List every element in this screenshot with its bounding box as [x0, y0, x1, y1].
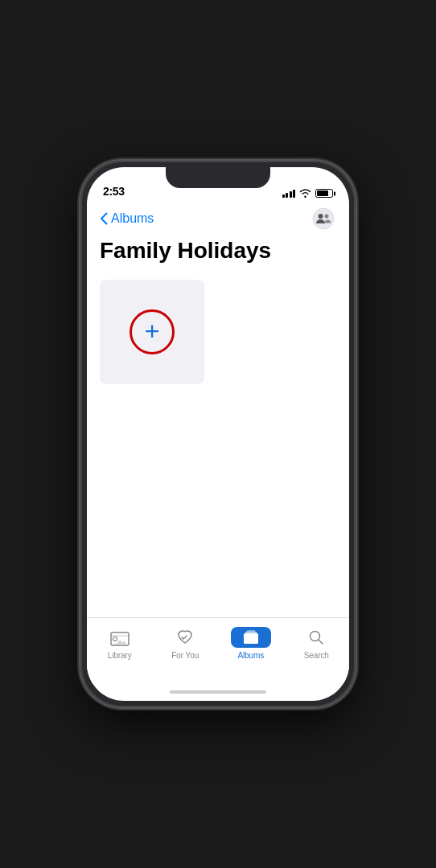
svg-rect-6 — [245, 632, 257, 642]
nav-bar: Albums — [87, 203, 349, 236]
library-tab-label: Library — [108, 651, 132, 660]
back-label: Albums — [111, 211, 154, 226]
back-chevron-icon — [100, 212, 108, 225]
tab-albums[interactable]: Albums — [218, 624, 284, 660]
screen: 2:53 — [87, 167, 349, 701]
status-icons — [282, 189, 334, 198]
notch — [166, 167, 270, 188]
people-icon — [312, 207, 335, 230]
tab-bar: Library For You — [87, 617, 349, 683]
tab-search[interactable]: Search — [284, 624, 350, 660]
albums-icon — [242, 630, 260, 645]
for-you-tab-label: For You — [171, 651, 199, 660]
nav-right-actions — [311, 206, 336, 231]
back-button[interactable]: Albums — [100, 211, 154, 226]
tab-library[interactable]: Library — [87, 624, 153, 660]
svg-rect-7 — [247, 630, 255, 633]
library-tab-icon-wrap — [109, 626, 131, 649]
battery-fill — [317, 190, 328, 196]
people-icon-button[interactable] — [311, 206, 336, 231]
status-time: 2:53 — [103, 185, 125, 198]
battery-icon — [315, 189, 333, 198]
add-photo-tile[interactable]: + — [100, 280, 204, 384]
for-you-icon — [175, 628, 195, 646]
svg-point-2 — [325, 215, 329, 219]
svg-point-1 — [319, 214, 323, 219]
library-icon — [110, 628, 130, 646]
plus-icon: + — [145, 318, 160, 344]
svg-point-0 — [313, 208, 334, 229]
home-indicator — [87, 683, 349, 701]
wifi-icon — [299, 189, 311, 198]
svg-point-4 — [113, 637, 117, 641]
search-tab-label: Search — [304, 651, 329, 660]
for-you-tab-icon-wrap — [174, 626, 196, 649]
signal-icon — [282, 190, 296, 198]
albums-tab-label: Albums — [237, 651, 264, 660]
search-tab-icon-wrap — [305, 626, 327, 649]
search-icon — [307, 628, 325, 646]
tab-for-you[interactable]: For You — [153, 624, 219, 660]
content-area: + — [87, 273, 349, 617]
albums-active-bg — [231, 627, 271, 648]
page-title: Family Holidays — [87, 236, 349, 273]
albums-tab-icon-wrap — [240, 626, 262, 649]
home-bar — [170, 690, 266, 694]
add-plus-circle: + — [130, 309, 175, 354]
phone-shell: 2:53 — [80, 161, 356, 707]
